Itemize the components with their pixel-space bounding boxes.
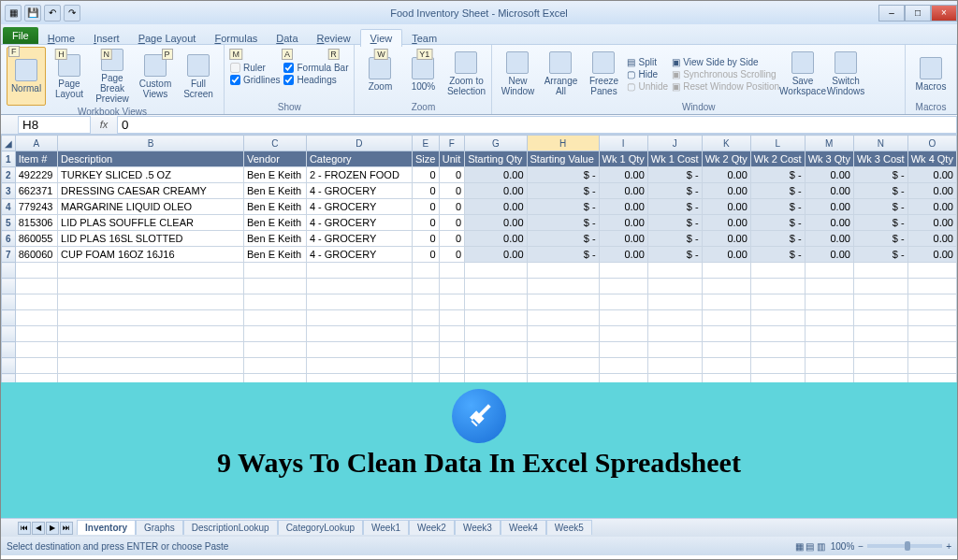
cell[interactable]: $ 20.69 [647,390,702,406]
cell[interactable]: LID PLAS SOUFFLE CLEAR [58,215,244,231]
cell[interactable]: 0.00 [702,438,750,453]
cell[interactable]: 1.00 [702,517,750,519]
fx-icon[interactable]: fx [91,119,117,130]
maximize-button[interactable]: □ [905,5,931,22]
cell[interactable]: 0.00 [907,501,956,517]
cell[interactable]: 492229 [15,167,57,183]
col-header-K[interactable]: K [702,136,750,151]
col-header-D[interactable]: D [306,136,412,151]
cell[interactable]: 0 [412,390,439,406]
cell[interactable]: $ - [527,469,599,485]
cell[interactable]: $ - [853,469,907,485]
close-button[interactable]: × [931,5,957,22]
cell[interactable]: 0 [439,469,464,485]
unhide-button[interactable]: ▢ Unhide [627,81,668,92]
tab-view[interactable]: ViewW [360,29,403,47]
cell[interactable]: $ - [647,183,702,199]
cell[interactable]: 0.00 [907,247,956,263]
cell[interactable]: 140005 [15,406,57,422]
zoom-out-button[interactable]: − [858,541,864,552]
cell[interactable]: 771131 [15,422,57,438]
cell[interactable]: 0.00 [465,485,527,501]
cell[interactable]: Ben E Keith [244,231,307,247]
cell[interactable]: $ - [750,247,805,263]
col-header-L[interactable]: L [750,136,805,151]
cell[interactable]: MUSHROOM SMALL WHITE BUTTON [58,406,244,422]
cell[interactable]: 0.00 [702,183,750,199]
cell[interactable]: $ - [527,199,599,215]
cell[interactable]: 0.00 [465,406,527,422]
cell[interactable]: Ben E Keith [244,390,307,406]
cell[interactable]: 155030 [15,485,57,501]
cell[interactable]: 0.00 [805,406,853,422]
cell[interactable]: 32 [412,453,439,469]
cell[interactable]: 0 [439,231,464,247]
cell[interactable]: 1.00 [702,453,750,469]
cell[interactable]: Ben E Keith [244,422,307,438]
cell[interactable]: Ben E Keith [244,485,307,501]
cell[interactable]: 0.00 [907,183,956,199]
cell[interactable]: $ - [750,183,805,199]
cell[interactable]: $ - [853,215,907,231]
cell[interactable]: $ - [647,199,702,215]
cell[interactable]: 0.00 [702,247,750,263]
cell[interactable]: 0 [412,438,439,453]
cell[interactable]: 0.00 [702,215,750,231]
cell[interactable]: 0.00 [599,167,647,183]
name-box[interactable] [18,116,91,134]
sheet-tab-graphs[interactable]: Graphs [136,520,183,535]
cell[interactable]: Onion Green Iceless W/Root [58,453,244,469]
cell[interactable]: 4 - GROCERY [306,469,412,485]
formula-bar-checkbox[interactable]: Formula Bar [283,63,348,73]
cell[interactable]: $ - [527,231,599,247]
cell[interactable]: 0 [439,390,464,406]
macros-button[interactable]: Macros [911,47,951,101]
sheet-tab-week2[interactable]: Week2 [409,520,455,535]
cell[interactable]: 860055 [15,231,57,247]
view-normal-icon[interactable]: ▦ [795,541,804,552]
cell[interactable]: 0 [439,183,464,199]
gridlines-checkbox[interactable]: Gridlines [230,75,280,85]
cell[interactable]: $ 11.24 [647,438,702,453]
cell[interactable]: $ - [750,438,805,453]
cell[interactable]: 0.00 [599,183,647,199]
cell[interactable]: $ - [527,390,599,406]
cell[interactable]: Ben E Keith [244,247,307,263]
cell[interactable]: 0.00 [465,215,527,231]
col-header-C[interactable]: C [244,136,307,151]
cell[interactable]: $ - [647,485,702,501]
spreadsheet-grid[interactable]: ◢ABCDEFGHIJKLMNO1Item #DescriptionVendor… [1,135,957,518]
row-header[interactable]: 16 [2,390,16,406]
cell[interactable]: 0.00 [702,167,750,183]
view-break-icon[interactable]: ▥ [817,541,825,552]
row-header[interactable]: 2 [2,167,16,183]
cell[interactable]: 0.00 [702,199,750,215]
cell[interactable]: 0 [412,215,439,231]
cell[interactable]: $ 13.99 [750,485,805,501]
col-header-I[interactable]: I [599,136,647,151]
cell[interactable]: 0.00 [465,183,527,199]
cell[interactable]: $ - [527,517,599,519]
cell[interactable]: TURKEY SLICED .5 OZ [58,167,244,183]
cell[interactable]: 0.00 [465,390,527,406]
cell[interactable]: 0.00 [465,469,527,485]
cell[interactable]: $ 29.99 [750,517,805,519]
cell[interactable]: 1.00 [702,422,750,438]
cell[interactable]: 0.00 [465,199,527,215]
cell[interactable]: 0 [412,469,439,485]
cell[interactable]: $ - [750,167,805,183]
cell[interactable]: Pepper Red Crushed [58,501,244,517]
cell[interactable]: KETCHUP FANCY 33% SOLIDS [58,390,244,406]
cell[interactable]: SUGAR BROWN LIGHT IN BAGS [58,469,244,485]
cell[interactable]: 0.00 [465,453,527,469]
cell[interactable]: 0.00 [599,501,647,517]
cell[interactable]: $ - [853,199,907,215]
tab-page-layout[interactable]: Page LayoutP [129,30,206,47]
cell[interactable]: $ 11.24 [853,438,907,453]
cell[interactable]: 0.00 [907,199,956,215]
cell[interactable]: $ - [647,215,702,231]
cell[interactable]: 0.00 [599,215,647,231]
cell[interactable]: 0.00 [805,231,853,247]
cell[interactable]: 0 [412,422,439,438]
redo-icon[interactable]: ↷ [64,5,80,22]
